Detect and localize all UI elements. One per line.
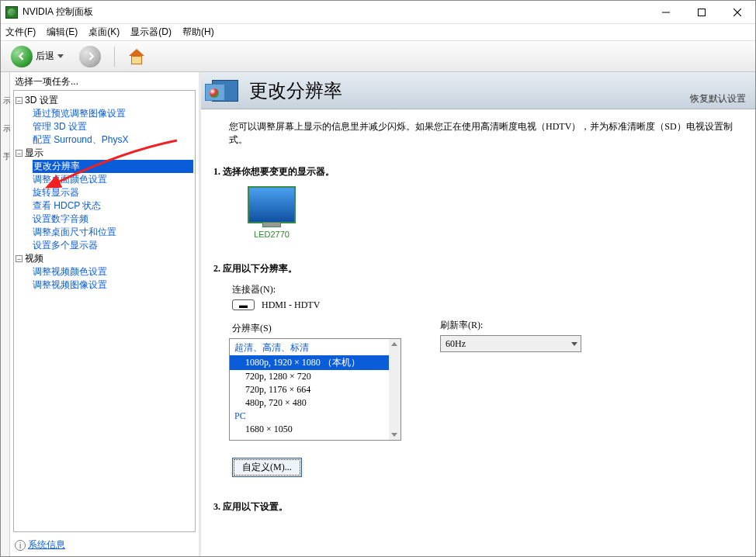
tree-toggle-3d[interactable]: − bbox=[16, 97, 23, 104]
connector-value: HDMI - HDTV bbox=[262, 299, 320, 310]
tree-item-change-resolution[interactable]: 更改分辨率 bbox=[33, 160, 193, 173]
resolution-label: 分辨率(S) bbox=[232, 322, 401, 335]
system-info-link[interactable]: 系统信息 bbox=[28, 539, 65, 550]
restore-defaults-link[interactable]: 恢复默认设置 bbox=[690, 92, 746, 106]
back-button[interactable]: 后退 bbox=[5, 43, 69, 71]
resolution-listbox[interactable]: 超清、高清、标清 1080p, 1920 × 1080 （本机） 720p, 1… bbox=[229, 338, 401, 441]
tree-item-preview-image[interactable]: 通过预览调整图像设置 bbox=[33, 107, 193, 120]
reslist-header-hd: 超清、高清、标清 bbox=[230, 341, 401, 355]
tree-item-multi-display[interactable]: 设置多个显示器 bbox=[33, 239, 193, 252]
tree-item-manage-3d[interactable]: 管理 3D 设置 bbox=[33, 120, 193, 133]
menu-desktop[interactable]: 桌面(K) bbox=[88, 26, 120, 39]
sidebar-header: 选择一项任务... bbox=[10, 72, 199, 88]
tree-item-hdcp-status[interactable]: 查看 HDCP 状态 bbox=[33, 199, 193, 213]
info-icon: i bbox=[15, 540, 26, 551]
refresh-label: 刷新率(R): bbox=[440, 319, 581, 332]
refresh-rate-select[interactable]: 60Hz bbox=[440, 335, 581, 352]
menu-edit[interactable]: 编辑(E) bbox=[47, 26, 78, 39]
reslist-header-pc: PC bbox=[230, 410, 401, 423]
tree-toggle-display[interactable]: − bbox=[16, 150, 23, 157]
res-item-1680[interactable]: 1680 × 1050 bbox=[230, 423, 401, 436]
tree-item-digital-audio[interactable]: 设置数字音频 bbox=[33, 213, 193, 226]
section-3-title: 3. 应用以下设置。 bbox=[213, 500, 751, 514]
tree-item-rotate-display[interactable]: 旋转显示器 bbox=[33, 186, 193, 199]
res-item-1080p[interactable]: 1080p, 1920 × 1080 （本机） bbox=[230, 355, 401, 370]
hdmi-icon: ▬ bbox=[232, 299, 255, 310]
menu-help[interactable]: 帮助(H) bbox=[182, 26, 214, 39]
app-icon bbox=[5, 6, 18, 19]
tree-item-surround-physx[interactable]: 配置 Surround、PhysX bbox=[33, 133, 193, 147]
home-button[interactable] bbox=[123, 46, 151, 67]
back-icon bbox=[11, 46, 33, 67]
maximize-button[interactable] bbox=[684, 1, 720, 23]
res-item-720p-1176[interactable]: 720p, 1176 × 664 bbox=[230, 383, 401, 396]
section-2-title: 2. 应用以下分辨率。 bbox=[213, 262, 751, 275]
svg-rect-1 bbox=[699, 9, 706, 16]
menu-file[interactable]: 文件(F) bbox=[5, 26, 36, 39]
tree-item-video-image[interactable]: 调整视频图像设置 bbox=[33, 278, 193, 292]
left-edge-strip: 示示手 bbox=[1, 72, 10, 556]
monitor-thumbnail[interactable]: LED2770 bbox=[241, 186, 302, 239]
window-title: NVIDIA 控制面板 bbox=[23, 5, 648, 19]
section-1-title: 1. 选择你想要变更的显示器。 bbox=[213, 165, 751, 178]
customize-button[interactable]: 自定义(M)... bbox=[232, 458, 302, 477]
back-label: 后退 bbox=[36, 50, 54, 63]
close-button[interactable] bbox=[720, 1, 755, 23]
reslist-scrollbar[interactable] bbox=[389, 339, 401, 440]
forward-button[interactable] bbox=[74, 43, 106, 71]
tree-group-3d[interactable]: 3D 设置 bbox=[25, 95, 58, 106]
toolbar-divider bbox=[114, 47, 115, 67]
page-icon bbox=[212, 80, 238, 102]
menu-bar: 文件(F) 编辑(E) 桌面(K) 显示器(D) 帮助(H) bbox=[1, 24, 755, 41]
task-tree[interactable]: −3D 设置 通过预览调整图像设置 管理 3D 设置 配置 Surround、P… bbox=[13, 90, 196, 532]
connector-label: 连接器(N): bbox=[232, 284, 276, 295]
tree-item-desktop-size[interactable]: 调整桌面尺寸和位置 bbox=[33, 226, 193, 239]
chevron-down-icon bbox=[571, 342, 577, 346]
tree-group-video[interactable]: 视频 bbox=[25, 253, 43, 264]
tree-item-desktop-color[interactable]: 调整桌面颜色设置 bbox=[33, 173, 193, 186]
monitor-icon bbox=[248, 186, 296, 223]
page-title: 更改分辨率 bbox=[249, 78, 342, 103]
res-item-480p[interactable]: 480p, 720 × 480 bbox=[230, 396, 401, 410]
tree-item-video-color[interactable]: 调整视频颜色设置 bbox=[33, 265, 193, 278]
minimize-button[interactable] bbox=[648, 1, 684, 23]
back-dropdown-icon bbox=[57, 54, 64, 58]
tree-toggle-video[interactable]: − bbox=[16, 255, 23, 262]
tree-group-display[interactable]: 显示 bbox=[25, 147, 43, 158]
monitor-name: LED2770 bbox=[241, 230, 302, 239]
home-icon bbox=[128, 49, 145, 64]
refresh-value: 60Hz bbox=[446, 338, 466, 350]
page-description: 您可以调整屏幕上显示的信息里并减少闪烁。如果您正在使用高清晰度电视（HDTV），… bbox=[229, 120, 751, 147]
forward-icon bbox=[79, 46, 101, 67]
menu-display[interactable]: 显示器(D) bbox=[130, 26, 172, 39]
res-item-720p-1280[interactable]: 720p, 1280 × 720 bbox=[230, 370, 401, 383]
